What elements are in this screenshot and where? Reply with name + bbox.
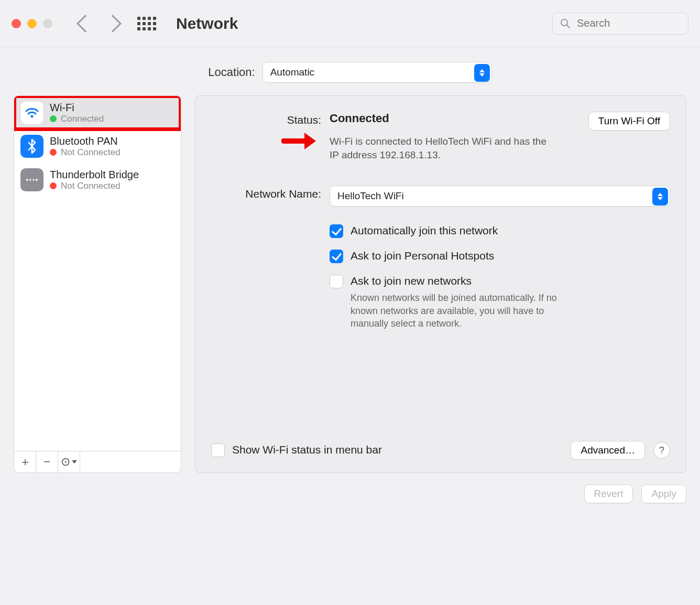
service-list: Wi-Fi Connected Bluetooth PAN Not Connec… <box>14 96 181 451</box>
thunderbolt-bridge-icon <box>20 168 43 191</box>
checkbox-icon <box>330 275 343 288</box>
location-value: Automatic <box>270 67 314 78</box>
sidebar-item-bluetooth-pan[interactable]: Bluetooth PAN Not Connected <box>14 129 181 163</box>
svg-point-2 <box>31 115 34 118</box>
advanced-button[interactable]: Advanced… <box>571 441 645 460</box>
minimize-window-button[interactable] <box>27 19 37 28</box>
location-select[interactable]: Automatic <box>262 62 492 83</box>
service-status: Connected <box>50 114 104 124</box>
svg-point-3 <box>26 179 28 181</box>
service-status: Not Connected <box>50 147 120 158</box>
gear-icon: ⊙ <box>61 455 70 469</box>
zoom-window-button[interactable] <box>43 19 52 28</box>
service-title: Thunderbolt Bridge <box>50 169 139 181</box>
network-name-value: HelloTech WiFi <box>337 190 404 202</box>
sidebar-spacer <box>80 451 181 472</box>
service-sidebar: Wi-Fi Connected Bluetooth PAN Not Connec… <box>14 95 181 473</box>
wifi-toggle-button[interactable]: Turn Wi-Fi Off <box>588 112 670 131</box>
status-value: Connected <box>330 112 389 125</box>
show-all-prefs-button[interactable] <box>137 17 156 30</box>
option-menu-bar-status[interactable]: Show Wi-Fi status in menu bar <box>211 444 382 457</box>
svg-point-0 <box>561 19 567 26</box>
chevron-left-icon <box>76 15 94 33</box>
checkbox-icon <box>330 250 343 263</box>
chevron-down-icon <box>72 460 77 463</box>
sidebar-item-thunderbolt-bridge[interactable]: Thunderbolt Bridge Not Connected <box>14 163 181 197</box>
chevron-right-icon <box>104 15 122 33</box>
close-window-button[interactable] <box>12 19 21 28</box>
toolbar: Network <box>0 0 700 47</box>
search-input[interactable] <box>576 17 681 30</box>
option-ask-hotspots[interactable]: Ask to join Personal Hotspots <box>330 250 670 263</box>
option-auto-join[interactable]: Automatically join this network <box>330 224 670 238</box>
apply-button[interactable]: Apply <box>641 484 686 503</box>
select-arrows-icon <box>474 64 490 82</box>
option-ask-new-networks[interactable]: Ask to join new networks <box>330 275 670 288</box>
detail-panel: Status: Connected Turn Wi-Fi Off Wi-Fi i… <box>195 95 686 473</box>
wifi-icon <box>20 101 43 124</box>
bluetooth-icon <box>20 135 43 158</box>
service-actions-menu[interactable]: ⊙ <box>58 451 80 472</box>
svg-point-4 <box>36 179 38 181</box>
forward-button[interactable] <box>103 17 123 30</box>
checkbox-icon <box>211 444 225 457</box>
location-label: Location: <box>208 66 255 79</box>
service-status: Not Connected <box>50 181 139 191</box>
back-button[interactable] <box>75 17 95 30</box>
location-row: Location: Automatic <box>0 47 700 95</box>
revert-button[interactable]: Revert <box>584 484 633 503</box>
network-name-select[interactable]: HelloTech WiFi <box>330 186 670 207</box>
network-name-label: Network Name: <box>211 186 321 207</box>
help-button[interactable]: ? <box>653 442 670 459</box>
service-title: Bluetooth PAN <box>50 135 120 147</box>
status-dot-icon <box>50 115 57 122</box>
select-arrows-icon <box>652 188 668 206</box>
sidebar-footer: ＋ − ⊙ <box>14 451 181 472</box>
option-hint: Known networks will be joined automatica… <box>351 291 560 330</box>
checkbox-icon <box>330 224 343 238</box>
pane-title: Network <box>176 15 238 33</box>
status-dot-icon <box>50 182 57 189</box>
remove-service-button[interactable]: − <box>36 451 58 472</box>
svg-line-1 <box>567 25 570 28</box>
status-dot-icon <box>50 149 57 156</box>
sidebar-item-wifi[interactable]: Wi-Fi Connected <box>14 96 181 129</box>
annotation-arrow-icon <box>281 129 318 155</box>
status-description: Wi-Fi is connected to HelloTech WiFi and… <box>330 135 550 161</box>
add-service-button[interactable]: ＋ <box>14 451 36 472</box>
service-title: Wi-Fi <box>50 102 104 114</box>
page-footer: Revert Apply <box>0 473 700 515</box>
search-icon <box>560 18 571 29</box>
search-field-wrap[interactable] <box>552 13 688 35</box>
window-controls <box>12 19 52 28</box>
